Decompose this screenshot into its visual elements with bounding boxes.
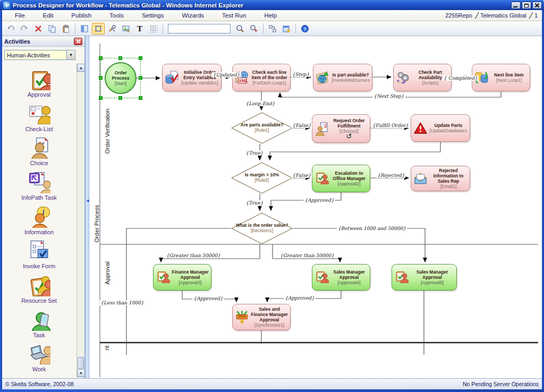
task-activity-icon — [28, 309, 50, 331]
undo-icon[interactable] — [4, 23, 17, 35]
infopath-task-activity-icon — [28, 171, 50, 193]
node-name: [Rule2] — [255, 178, 269, 183]
synchronize-icon — [235, 310, 249, 325]
node-rule2[interactable]: Is margin > 10%[Rule2] — [231, 162, 293, 194]
zoom-icon[interactable] — [234, 23, 246, 35]
panel-splitter[interactable]: ◀ — [85, 36, 89, 378]
invoke-form-activity-icon — [28, 240, 50, 262]
script-gears-icon — [396, 71, 410, 85]
activity-item-work[interactable]: Work — [7, 343, 71, 377]
node-choice2[interactable]: Request Order Fulfillment[Choice2]↺ — [312, 114, 370, 143]
redo-icon[interactable] — [18, 23, 31, 35]
menu-edit[interactable]: Edit — [38, 11, 59, 20]
node-name: [Approval4] — [330, 280, 368, 285]
link-activities-icon[interactable] — [266, 23, 279, 35]
activity-label: Work — [32, 366, 46, 372]
activity-item-approval[interactable]: Approval — [7, 68, 71, 103]
node-foreach-loop1[interactable]: XML Check each line item of the order[Fo… — [232, 64, 291, 91]
menu-help[interactable]: Help — [259, 11, 282, 20]
edge-label: {True} — [245, 150, 265, 156]
activity-list-scrollbar[interactable]: ▲ ▼ — [76, 64, 84, 377]
activity-category-value: Human Activities — [7, 52, 50, 58]
node-start[interactable]: Order Process [Start] — [100, 58, 141, 98]
node-rule1[interactable]: Are parts available?[Rule1] — [231, 112, 293, 144]
activity-item-invoke-form[interactable]: Invoke Form — [7, 240, 71, 274]
close-button[interactable] — [532, 2, 542, 9]
node-synchronize1[interactable]: Sales and Finance Manager Approval[Synch… — [232, 304, 291, 330]
activity-item-information[interactable]: i Information — [7, 206, 71, 240]
edge-label: {Rejected} — [376, 173, 405, 178]
properties-panel-icon[interactable] — [78, 23, 91, 35]
help-icon[interactable]: ? — [299, 23, 311, 35]
node-update-database1[interactable]: Update Parts[UpdateDatabase1 — [411, 114, 470, 142]
text-tool-icon[interactable]: T — [133, 23, 146, 35]
breadcrumb-project[interactable]: Telematics Global — [480, 12, 526, 19]
canvas-search-input[interactable] — [168, 24, 231, 33]
chevron-down-icon[interactable]: ▼ — [66, 50, 75, 59]
export-image-icon[interactable] — [120, 23, 132, 35]
node-name: [Decision1] — [251, 228, 273, 234]
node-title: Finance Manager Approval — [172, 269, 209, 280]
zoom-select-icon[interactable] — [248, 23, 260, 35]
xml-glyph: XML — [239, 78, 248, 83]
panel-close-button[interactable] — [74, 38, 82, 45]
node-title: Order Process — [106, 70, 135, 81]
node-next-loop1[interactable]: Next line item[Next Loop1] — [472, 64, 530, 91]
breadcrumb-version[interactable]: 1 — [534, 12, 538, 19]
approval-icon — [314, 270, 329, 285]
breadcrumb-repo[interactable]: 2255Repo — [445, 12, 472, 19]
node-invoke-webservice[interactable]: Is part available?[InvokeWebService — [313, 64, 372, 91]
restore-button[interactable] — [522, 2, 531, 9]
node-name: [Approval5] — [410, 280, 454, 285]
node-name: [UpdateDatabase1 — [429, 128, 468, 133]
node-name: [Synchronize1] — [251, 322, 288, 328]
edge-label: {False} — [291, 123, 312, 128]
workflow-canvas[interactable]: Order Process Order Verification Approva… — [89, 36, 542, 378]
scrollbar-thumb[interactable] — [78, 357, 84, 369]
node-email1[interactable]: Rejected information to Sales Rep[Email1… — [411, 166, 470, 191]
node-approval2[interactable]: Escalation to Office Manager[Approval2] — [312, 165, 370, 192]
activity-item-choice[interactable]: Choice — [7, 137, 71, 171]
grid-icon[interactable] — [147, 23, 160, 35]
design-mode-icon[interactable] — [92, 23, 105, 35]
paste-icon[interactable] — [60, 23, 72, 35]
activity-item-resource-set[interactable]: Resource Set — [7, 274, 71, 309]
warning-triangle-icon — [413, 121, 428, 135]
title-bar: e Process Designer for Workflow - Telema… — [0, 0, 544, 10]
menu-wizards[interactable]: Wizards — [177, 11, 210, 20]
edge-label: {Approved} — [284, 295, 315, 301]
webservice-globe-icon — [316, 71, 330, 85]
start-circle[interactable]: Order Process [Start] — [105, 62, 137, 94]
node-approval5[interactable]: Sales Manager Approval[Approval5] — [392, 264, 457, 291]
activity-item-check-list[interactable]: Check-List — [7, 103, 71, 137]
node-name: [ForEach-Loop1] — [251, 80, 288, 86]
node-title: Request Order Fulfillment — [330, 118, 368, 129]
minimize-button[interactable] — [511, 2, 521, 9]
activity-item-infopath-task[interactable]: InfoPath Task — [7, 171, 71, 206]
activity-label: InfoPath Task — [21, 194, 56, 201]
menu-settings[interactable]: Settings — [137, 11, 169, 20]
new-form-icon[interactable] — [280, 23, 293, 35]
node-decision1[interactable]: What is the order value?[Decision1] — [231, 212, 293, 244]
activity-label: Approval — [28, 91, 50, 98]
edge-label: {Between 1000 and 50000} — [337, 226, 407, 231]
menu-tools[interactable]: Tools — [104, 11, 129, 20]
activity-item-task[interactable]: Task — [7, 309, 71, 343]
menu-publish[interactable]: Publish — [66, 11, 97, 20]
node-update-variable1[interactable]: Initialise Order Entry Variables[Update … — [162, 64, 222, 91]
delete-icon[interactable] — [32, 23, 45, 35]
node-approval3[interactable]: Finance Manager Approval[Approval3] — [153, 264, 211, 291]
activity-list: Approval Check-List Choice InfoPath Task… — [2, 64, 76, 377]
scroll-down-button[interactable]: ▼ — [77, 369, 85, 377]
tools-icon[interactable] — [106, 23, 118, 35]
node-approval4[interactable]: Sales Manager Approval[Approval4] — [312, 264, 370, 291]
menu-file[interactable]: File — [10, 11, 30, 20]
node-name: [Start] — [115, 81, 127, 86]
menu-test-run[interactable]: Test Run — [217, 11, 251, 20]
node-title: Sales Manager Approval — [410, 269, 454, 280]
copy-icon[interactable] — [46, 23, 58, 35]
scroll-up-button[interactable]: ▲ — [77, 64, 85, 72]
database-check-icon — [165, 71, 179, 85]
menu-bar: File Edit Publish Tools Settings Wizards… — [2, 10, 542, 21]
activity-category-dropdown[interactable]: Human Activities ▼ — [4, 50, 75, 60]
